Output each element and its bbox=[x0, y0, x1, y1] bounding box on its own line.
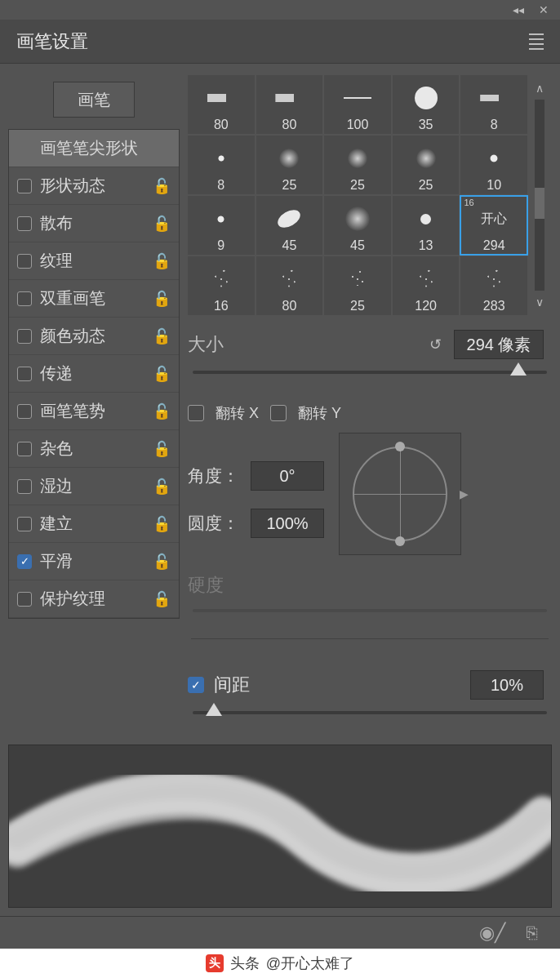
option-6[interactable]: 传递🔓 bbox=[9, 355, 179, 393]
preset-size: 294 bbox=[483, 238, 505, 253]
lock-icon[interactable]: 🔓 bbox=[153, 590, 171, 608]
option-checkbox[interactable] bbox=[17, 329, 32, 344]
option-label: 画笔笔势 bbox=[40, 400, 144, 422]
option-checkbox[interactable] bbox=[17, 592, 32, 607]
spacing-input[interactable]: 10% bbox=[470, 670, 544, 700]
brush-preset-4[interactable]: 8 bbox=[460, 75, 527, 134]
lock-icon[interactable]: 🔓 bbox=[153, 215, 171, 233]
panel-footer: ◉╱ ⎘ bbox=[0, 916, 560, 949]
new-preset-icon[interactable]: ⎘ bbox=[527, 922, 537, 944]
brush-preset-3[interactable]: 35 bbox=[393, 75, 460, 134]
option-checkbox[interactable] bbox=[17, 404, 32, 419]
brush-preset-11[interactable]: 45 bbox=[256, 196, 323, 255]
preset-size: 25 bbox=[350, 178, 365, 193]
brushes-tab[interactable]: 画笔 bbox=[53, 82, 135, 118]
brush-preset-12[interactable]: 45 bbox=[324, 196, 391, 255]
preset-thumb: 开心 bbox=[481, 199, 507, 238]
option-checkbox[interactable] bbox=[17, 179, 32, 193]
brush-preset-16[interactable]: 80 bbox=[256, 256, 323, 315]
lock-icon[interactable]: 🔓 bbox=[153, 553, 171, 571]
option-8[interactable]: 杂色🔓 bbox=[9, 430, 179, 468]
brush-preset-0[interactable]: 80 bbox=[188, 75, 255, 134]
preset-size: 25 bbox=[419, 178, 433, 193]
brush-preset-1[interactable]: 80 bbox=[256, 75, 323, 134]
option-label: 杂色 bbox=[40, 438, 144, 460]
brush-preset-17[interactable]: 25 bbox=[324, 256, 391, 315]
lock-icon[interactable]: 🔓 bbox=[153, 327, 171, 345]
size-slider[interactable] bbox=[193, 364, 547, 384]
preset-thumb bbox=[480, 260, 508, 299]
lock-icon[interactable]: 🔓 bbox=[153, 402, 171, 420]
option-4[interactable]: 双重画笔🔓 bbox=[9, 280, 179, 318]
brush-preset-19[interactable]: 283 bbox=[460, 256, 527, 315]
size-input[interactable]: 294 像素 bbox=[454, 330, 544, 359]
preset-size: 8 bbox=[217, 178, 224, 193]
option-9[interactable]: 湿边🔓 bbox=[9, 468, 179, 505]
option-checkbox[interactable] bbox=[17, 291, 32, 306]
scroll-up-icon[interactable]: ∧ bbox=[536, 82, 544, 95]
preview-toggle-icon[interactable]: ◉╱ bbox=[479, 922, 505, 944]
lock-icon[interactable]: 🔓 bbox=[153, 478, 171, 496]
option-7[interactable]: 画笔笔势🔓 bbox=[9, 393, 179, 430]
option-checkbox[interactable] bbox=[17, 517, 32, 531]
brush-preset-2[interactable]: 100 bbox=[324, 75, 391, 134]
angle-input[interactable]: 0° bbox=[251, 461, 324, 491]
option-0[interactable]: 画笔笔尖形状 bbox=[9, 130, 179, 167]
brush-preset-13[interactable]: 13 bbox=[393, 196, 460, 255]
collapse-icon[interactable]: ◂◂ bbox=[513, 3, 524, 16]
preset-thumb bbox=[415, 78, 438, 118]
brush-preset-14[interactable]: 16开心294 bbox=[460, 196, 527, 255]
toutiao-logo-icon: 头 bbox=[206, 954, 224, 972]
lock-icon[interactable]: 🔓 bbox=[153, 177, 171, 195]
brush-preset-7[interactable]: 25 bbox=[324, 136, 391, 194]
option-10[interactable]: 建立🔓 bbox=[9, 505, 179, 543]
option-11[interactable]: ✓平滑🔓 bbox=[9, 543, 179, 580]
preset-size: 80 bbox=[282, 118, 296, 132]
option-checkbox[interactable] bbox=[17, 367, 32, 381]
title-toolbar: ◂◂ ✕ bbox=[0, 0, 560, 20]
lock-icon[interactable]: 🔓 bbox=[153, 252, 171, 270]
option-2[interactable]: 散布🔓 bbox=[9, 205, 179, 242]
preset-thumb bbox=[490, 139, 498, 178]
spacing-label: 间距 bbox=[214, 673, 250, 697]
option-12[interactable]: 保护纹理🔓 bbox=[9, 580, 179, 618]
option-3[interactable]: 纹理🔓 bbox=[9, 242, 179, 280]
preset-scrollbar[interactable]: ∧ ∨ bbox=[527, 75, 552, 315]
brush-preset-8[interactable]: 25 bbox=[393, 136, 460, 194]
panel-menu-icon[interactable] bbox=[529, 33, 544, 50]
option-checkbox[interactable] bbox=[17, 479, 32, 494]
preset-size: 283 bbox=[483, 299, 505, 313]
option-label: 保护纹理 bbox=[40, 588, 144, 610]
option-checkbox[interactable] bbox=[17, 254, 32, 269]
lock-icon[interactable]: 🔓 bbox=[153, 365, 171, 383]
lock-icon[interactable]: 🔓 bbox=[153, 440, 171, 458]
option-checkbox[interactable]: ✓ bbox=[17, 554, 32, 569]
brush-preset-18[interactable]: 120 bbox=[393, 256, 460, 315]
flip-y-checkbox[interactable] bbox=[270, 405, 287, 421]
flip-x-checkbox[interactable] bbox=[188, 405, 204, 421]
flip-y-label: 翻转 Y bbox=[298, 403, 341, 423]
preset-size: 45 bbox=[282, 238, 296, 253]
brush-preset-6[interactable]: 25 bbox=[256, 136, 323, 194]
preset-thumb bbox=[412, 260, 440, 299]
option-checkbox[interactable] bbox=[17, 216, 32, 231]
brush-preset-15[interactable]: 16 bbox=[188, 256, 255, 315]
preset-thumb bbox=[480, 78, 508, 118]
lock-icon[interactable]: 🔓 bbox=[153, 290, 171, 308]
option-label: 画笔笔尖形状 bbox=[40, 137, 171, 159]
scroll-down-icon[interactable]: ∨ bbox=[536, 296, 544, 309]
lock-icon[interactable]: 🔓 bbox=[153, 515, 171, 533]
roundness-input[interactable]: 100% bbox=[251, 509, 324, 538]
option-1[interactable]: 形状动态🔓 bbox=[9, 167, 179, 205]
brush-preset-10[interactable]: 9 bbox=[188, 196, 255, 255]
angle-widget[interactable]: ▶ bbox=[339, 433, 461, 555]
preset-size: 9 bbox=[217, 238, 224, 253]
close-icon[interactable]: ✕ bbox=[539, 3, 549, 16]
brush-preset-9[interactable]: 10 bbox=[460, 136, 527, 194]
brush-preset-5[interactable]: 8 bbox=[188, 136, 255, 194]
spacing-slider[interactable] bbox=[193, 705, 547, 724]
spacing-checkbox[interactable]: ✓ bbox=[188, 677, 204, 693]
option-checkbox[interactable] bbox=[17, 442, 32, 456]
option-5[interactable]: 颜色动态🔓 bbox=[9, 318, 179, 355]
reset-size-icon[interactable]: ↺ bbox=[426, 336, 444, 353]
